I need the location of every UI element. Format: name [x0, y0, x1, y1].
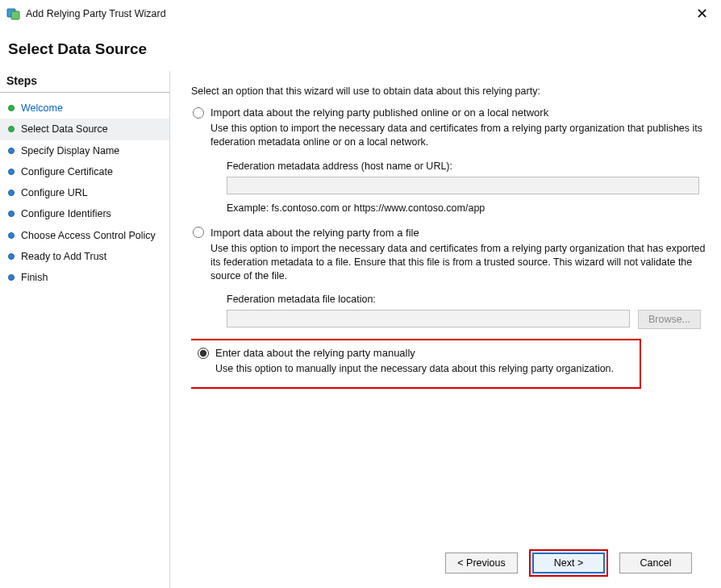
step-bullet-icon: [8, 232, 15, 239]
step-label: Specify Display Name: [21, 144, 119, 157]
step-bullet-icon: [8, 190, 15, 196]
sidebar-step[interactable]: Configure Certificate: [0, 161, 169, 182]
option-import-online-desc: Use this option to import the necessary …: [210, 122, 706, 149]
metadata-address-label: Federation metadata address (host name o…: [227, 161, 706, 172]
step-label: Configure Identifiers: [21, 207, 111, 220]
content-pane: Select an option that this wizard will u…: [169, 71, 721, 588]
option-manual-label: Enter data about the relying party manua…: [215, 347, 415, 359]
cancel-button[interactable]: Cancel: [619, 553, 692, 573]
intro-text: Select an option that this wizard will u…: [191, 85, 706, 97]
step-bullet-icon: [8, 105, 15, 111]
title-bar: Add Relying Party Trust Wizard ✕: [0, 0, 721, 27]
page-heading: Select Data Source: [0, 27, 721, 71]
step-bullet-icon: [8, 169, 15, 175]
step-bullet-icon: [8, 148, 15, 154]
footer: < Previous Next > Cancel: [191, 540, 706, 588]
svg-rect-1: [11, 11, 19, 19]
sidebar-step[interactable]: Welcome: [0, 98, 169, 119]
step-label: Configure Certificate: [21, 165, 113, 178]
sidebar-step[interactable]: Specify Display Name: [0, 140, 169, 161]
window-title: Add Relying Party Trust Wizard: [26, 8, 166, 19]
radio-manual[interactable]: [198, 348, 209, 359]
sidebar-step[interactable]: Select Data Source: [0, 119, 169, 140]
option-import-online-row[interactable]: Import data about the relying party publ…: [193, 106, 706, 119]
radio-import-file[interactable]: [193, 227, 204, 238]
step-bullet-icon: [8, 211, 15, 217]
option-import-file: Import data about the relying party from…: [191, 227, 706, 330]
step-bullet-icon: [8, 274, 15, 281]
step-label: Choose Access Control Policy: [21, 229, 156, 242]
sidebar-step[interactable]: Choose Access Control Policy: [0, 225, 169, 246]
sidebar: Steps WelcomeSelect Data SourceSpecify D…: [0, 71, 169, 588]
metadata-address-example: Example: fs.contoso.com or https://www.c…: [227, 202, 706, 214]
option-import-file-desc: Use this option to import the necessary …: [210, 242, 706, 283]
next-button[interactable]: Next >: [532, 553, 605, 573]
step-label: Finish: [21, 271, 48, 284]
close-icon[interactable]: ✕: [691, 3, 713, 24]
step-label: Ready to Add Trust: [21, 250, 106, 263]
metadata-file-input[interactable]: [227, 310, 630, 327]
step-label: Configure URL: [21, 186, 88, 199]
metadata-file-label: Federation metadata file location:: [227, 294, 706, 305]
step-label: Select Data Source: [21, 123, 108, 136]
sidebar-step[interactable]: Configure URL: [0, 182, 169, 203]
app-icon: [6, 6, 21, 21]
step-label: Welcome: [21, 102, 63, 115]
metadata-address-input[interactable]: [227, 177, 699, 194]
previous-button[interactable]: < Previous: [445, 553, 518, 573]
option-manual-highlight: Enter data about the relying party manua…: [191, 339, 641, 389]
sidebar-step[interactable]: Ready to Add Trust: [0, 246, 169, 267]
next-button-highlight: Next >: [529, 549, 608, 577]
sidebar-step[interactable]: Finish: [0, 267, 169, 288]
sidebar-step[interactable]: Configure Identifiers: [0, 203, 169, 224]
option-import-file-label: Import data about the relying party from…: [210, 227, 419, 239]
browse-button[interactable]: Browse...: [638, 310, 701, 329]
step-bullet-icon: [8, 126, 15, 132]
option-manual-row[interactable]: Enter data about the relying party manua…: [198, 347, 631, 359]
option-import-file-row[interactable]: Import data about the relying party from…: [193, 227, 706, 239]
sidebar-title: Steps: [0, 73, 169, 93]
step-bullet-icon: [8, 253, 15, 260]
option-import-online: Import data about the relying party publ…: [191, 106, 706, 214]
option-manual-desc: Use this option to manually input the ne…: [215, 362, 631, 376]
option-import-online-label: Import data about the relying party publ…: [210, 106, 548, 119]
radio-import-online[interactable]: [193, 107, 204, 119]
